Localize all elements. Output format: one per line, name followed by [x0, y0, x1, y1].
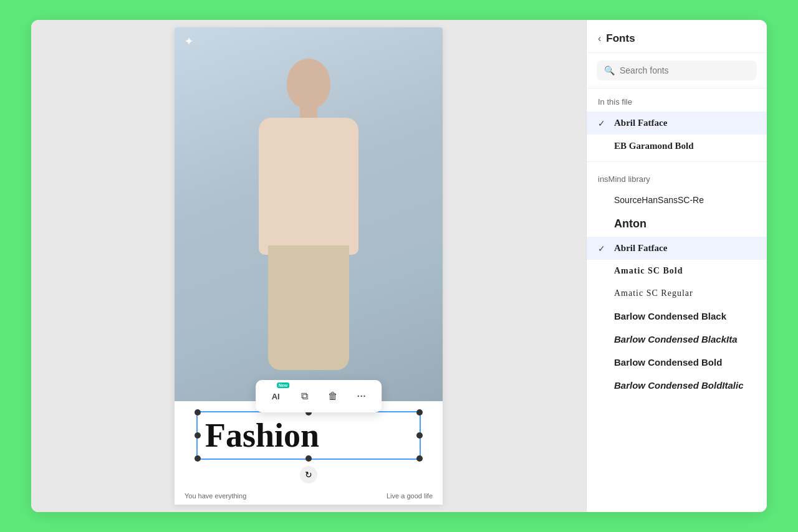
- resize-handle-br[interactable]: [416, 455, 423, 462]
- corner-icon: ✦: [185, 36, 193, 47]
- more-button[interactable]: ···: [350, 385, 373, 407]
- main-container: ✦ AI New ⧉ 🗑: [31, 20, 767, 512]
- search-input[interactable]: [620, 65, 749, 75]
- font-name-anton: Anton: [614, 217, 647, 230]
- font-item-amatic-bold[interactable]: ✓ Amatic SC Bold: [587, 260, 767, 282]
- trash-icon: 🗑: [328, 391, 338, 402]
- font-name-barlow-bold: Barlow Condensed Bold: [614, 357, 722, 368]
- canvas-bottom-center: ↻: [175, 462, 443, 487]
- font-name-barlow-blackit: Barlow Condensed BlackIta: [614, 334, 738, 344]
- back-button[interactable]: ‹: [598, 33, 601, 44]
- font-name-barlow-black: Barlow Condensed Black: [614, 311, 726, 321]
- font-item-abril-fatface-lib[interactable]: ✓ Abril Fatface: [587, 237, 767, 260]
- model-head: [287, 59, 330, 108]
- font-item-amatic-reg[interactable]: ✓ Amatic SC Regular: [587, 282, 767, 305]
- model-figure: [228, 52, 390, 401]
- resize-handle-bl[interactable]: [195, 455, 201, 462]
- font-item-sourcehan[interactable]: ✓ SourceHanSansSC-Re: [587, 189, 767, 211]
- font-item-barlow-bold[interactable]: ✓ Barlow Condensed Bold: [587, 351, 767, 374]
- font-name-abril-lib: Abril Fatface: [614, 243, 667, 254]
- bottom-right-text: Live a good life: [387, 492, 433, 500]
- check-icon-abril-file: ✓: [598, 118, 608, 128]
- resize-handle-tl[interactable]: [195, 409, 201, 416]
- search-input-wrap: 🔍: [597, 60, 757, 80]
- font-item-barlow-black[interactable]: ✓ Barlow Condensed Black: [587, 305, 767, 328]
- font-name-amatic-reg: Amatic SC Regular: [614, 288, 693, 298]
- ai-label: AI: [272, 392, 280, 401]
- section-divider: [587, 161, 767, 162]
- resize-handle-tr[interactable]: [416, 409, 423, 416]
- canvas-image-area: ✦: [175, 27, 443, 401]
- resize-handle-mr[interactable]: [416, 432, 423, 439]
- font-item-eb-garamond[interactable]: ✓ EB Garamond Bold: [587, 135, 767, 158]
- section-label-insmind: insMind library: [587, 166, 767, 189]
- delete-button[interactable]: 🗑: [322, 385, 344, 407]
- font-name-eb-garamond: EB Garamond Bold: [614, 141, 694, 151]
- font-name-barlow-boldit: Barlow Condensed BoldItalic: [614, 380, 744, 391]
- fonts-panel: ‹ Fonts 🔍 In this file ✓ Abril Fatface ✓…: [586, 20, 767, 512]
- check-icon-abril-lib: ✓: [598, 244, 608, 254]
- model-legs: [268, 245, 349, 370]
- search-icon: 🔍: [604, 65, 615, 75]
- rotate-icon: ↻: [305, 470, 312, 480]
- font-name-sourcehan: SourceHanSansSC-Re: [614, 195, 704, 205]
- floating-toolbar: AI New ⧉ 🗑 ···: [256, 380, 382, 412]
- font-item-barlow-boldit[interactable]: ✓ Barlow Condensed BoldItalic: [587, 374, 767, 397]
- fonts-list: In this file ✓ Abril Fatface ✓ EB Garamo…: [587, 88, 767, 512]
- font-item-abril-fatface-file[interactable]: ✓ Abril Fatface: [587, 112, 767, 135]
- canvas-area: ✦ AI New ⧉ 🗑: [31, 20, 586, 512]
- font-item-barlow-blackit[interactable]: ✓ Barlow Condensed BlackIta: [587, 328, 767, 351]
- text-selection-box[interactable]: Fashion: [196, 411, 421, 460]
- ai-button[interactable]: AI New: [264, 385, 287, 407]
- fonts-header: ‹ Fonts: [587, 20, 767, 53]
- font-item-anton[interactable]: ✓ Anton: [587, 211, 767, 237]
- resize-handle-ml[interactable]: [195, 432, 201, 439]
- more-icon: ···: [357, 391, 367, 401]
- duplicate-icon: ⧉: [301, 391, 308, 402]
- canvas-card: ✦ AI New ⧉ 🗑: [175, 27, 443, 505]
- canvas-bottom-text: You have everything Live a good life: [175, 487, 443, 505]
- bottom-left-text: You have everything: [185, 492, 246, 500]
- fonts-panel-title: Fonts: [606, 32, 635, 45]
- font-name-abril-file: Abril Fatface: [614, 118, 667, 128]
- model-torso: [259, 118, 358, 255]
- canvas-corner-handle[interactable]: ✦: [181, 34, 196, 49]
- search-container: 🔍: [587, 53, 767, 88]
- rotate-button[interactable]: ↻: [300, 466, 317, 483]
- duplicate-button[interactable]: ⧉: [293, 385, 315, 407]
- font-name-amatic-bold: Amatic SC Bold: [614, 266, 683, 276]
- resize-handle-bm[interactable]: [305, 455, 312, 462]
- fashion-text[interactable]: Fashion: [205, 417, 319, 454]
- section-label-in-this-file: In this file: [587, 88, 767, 112]
- ai-new-badge: New: [277, 382, 289, 388]
